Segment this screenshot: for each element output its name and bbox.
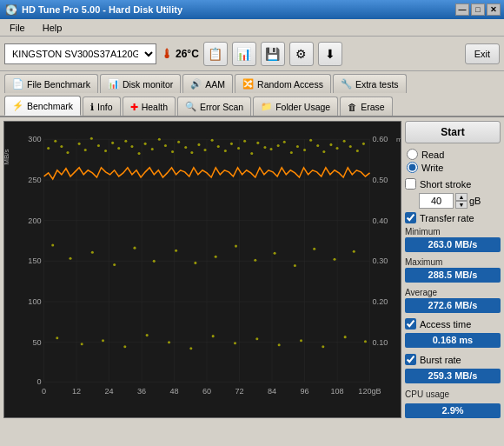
chart-area: 300 250 200 150 100 50 0 MB/s 0.60 0.50 … (3, 121, 401, 418)
svg-point-60 (151, 148, 154, 150)
main-content: 300 250 200 150 100 50 0 MB/s 0.60 0.50 … (0, 117, 504, 422)
svg-point-82 (296, 145, 299, 148)
svg-point-51 (90, 137, 93, 140)
svg-point-108 (353, 250, 355, 253)
transfer-rate-checkbox[interactable] (405, 212, 416, 223)
export-button[interactable]: ⬇ (318, 42, 342, 66)
benchmark-icon: ⚡ (12, 100, 23, 111)
svg-point-110 (81, 343, 83, 345)
stepper-input[interactable] (419, 193, 454, 209)
svg-point-73 (237, 147, 240, 150)
svg-point-46 (54, 140, 56, 143)
tab-disk-monitor[interactable]: 📊 Disk monitor (100, 74, 181, 93)
tab-erase[interactable]: 🗑 Erase (340, 97, 392, 116)
drive-selector[interactable]: KINGSTON SV300S37A120G (120 gB) (4, 43, 156, 64)
svg-point-94 (69, 257, 71, 260)
svg-point-119 (278, 343, 281, 346)
svg-point-61 (158, 138, 161, 141)
read-radio[interactable] (407, 149, 418, 160)
svg-point-66 (190, 151, 193, 154)
access-time-checkbox-item[interactable]: Access time (405, 318, 501, 330)
tab-aam[interactable]: 🔊 AAM (182, 74, 233, 93)
save-button[interactable]: 💾 (261, 42, 285, 66)
window-title: HD Tune Pro 5.00 - Hard Disk Utility (22, 4, 182, 15)
menu-file[interactable]: File (4, 21, 30, 35)
svg-text:100: 100 (28, 297, 41, 306)
write-radio-item[interactable]: Write (407, 162, 499, 173)
minimize-button[interactable]: — (455, 3, 469, 16)
title-text: 💽 HD Tune Pro 5.00 - Hard Disk Utility (5, 4, 182, 16)
svg-text:0.50: 0.50 (373, 176, 388, 184)
menu-help[interactable]: Help (37, 21, 68, 35)
tab-folder-usage[interactable]: 📁 Folder Usage (253, 97, 338, 116)
svg-point-62 (164, 144, 167, 147)
svg-text:0: 0 (42, 387, 46, 396)
svg-text:108: 108 (330, 387, 343, 396)
access-time-value: 0.168 ms (405, 333, 501, 348)
right-panel: Start Read Write Short stroke ▲ ▼ gB (405, 121, 501, 418)
svg-point-52 (97, 144, 100, 147)
svg-point-99 (175, 250, 177, 252)
tab-file-benchmark[interactable]: 📄 File Benchmark (4, 74, 98, 93)
write-radio[interactable] (407, 162, 418, 173)
svg-point-91 (356, 150, 359, 152)
svg-text:300: 300 (28, 135, 41, 143)
short-stroke-checkbox[interactable] (405, 178, 416, 190)
minimum-label: Minimum (405, 227, 501, 236)
svg-point-84 (309, 139, 312, 142)
svg-point-80 (283, 141, 286, 143)
svg-point-86 (322, 150, 325, 153)
svg-point-87 (329, 143, 332, 146)
svg-point-83 (303, 149, 306, 151)
svg-text:0: 0 (36, 377, 41, 386)
svg-point-121 (322, 345, 324, 348)
chart-button[interactable]: 📊 (232, 42, 256, 66)
svg-point-103 (254, 259, 256, 262)
svg-point-58 (138, 152, 141, 155)
svg-point-71 (224, 150, 227, 152)
svg-point-114 (168, 341, 170, 343)
svg-rect-0 (4, 122, 401, 417)
temperature-display: 🌡 26°C (161, 47, 199, 61)
burst-rate-checkbox[interactable] (405, 354, 416, 365)
tab-health[interactable]: ✚ Health (123, 97, 176, 116)
svg-point-55 (117, 147, 120, 150)
access-time-checkbox[interactable] (405, 318, 416, 330)
svg-point-74 (243, 140, 246, 143)
burst-rate-checkbox-item[interactable]: Burst rate (405, 354, 501, 365)
tab-random-access[interactable]: 🔀 Random Access (235, 74, 331, 93)
svg-text:0.40: 0.40 (373, 216, 388, 225)
stepper-buttons: ▲ ▼ (455, 193, 468, 209)
close-button[interactable]: ✕ (487, 3, 501, 16)
file-benchmark-icon: 📄 (12, 78, 23, 90)
svg-point-96 (113, 263, 116, 266)
transfer-rate-checkbox-item[interactable]: Transfer rate (405, 212, 501, 223)
svg-point-123 (364, 340, 367, 343)
short-stroke-checkbox-item[interactable]: Short stroke (405, 178, 501, 190)
aam-icon: 🔊 (190, 78, 202, 90)
svg-text:0.30: 0.30 (373, 256, 388, 265)
exit-button[interactable]: Exit (465, 43, 500, 64)
benchmark-chart: 300 250 200 150 100 50 0 MB/s 0.60 0.50 … (4, 122, 401, 417)
tab-extra-tests[interactable]: 🔧 Extra tests (333, 74, 407, 93)
svg-point-92 (362, 143, 365, 145)
start-button[interactable]: Start (405, 121, 501, 143)
svg-point-75 (250, 152, 253, 155)
tab-benchmark[interactable]: ⚡ Benchmark (4, 96, 81, 116)
tab-error-scan[interactable]: 🔍 Error Scan (177, 97, 251, 116)
settings-button[interactable]: ⚙ (289, 42, 314, 66)
stepper-up-button[interactable]: ▲ (455, 193, 468, 201)
svg-text:50: 50 (32, 338, 41, 347)
minimum-stat-section: Minimum 263.0 MB/s (405, 227, 501, 252)
transfer-rate-label: Transfer rate (420, 213, 474, 223)
read-radio-item[interactable]: Read (407, 149, 499, 160)
menu-bar: File Help (0, 19, 504, 37)
maximize-button[interactable]: □ (471, 3, 485, 16)
app-icon: 💽 (5, 4, 17, 16)
info-button[interactable]: 📋 (203, 42, 228, 66)
stepper-down-button[interactable]: ▼ (455, 201, 468, 209)
maximum-label: Maximum (405, 257, 501, 267)
svg-text:150: 150 (28, 256, 41, 265)
tab-info[interactable]: ℹ Info (83, 97, 121, 116)
svg-text:200: 200 (28, 216, 41, 225)
